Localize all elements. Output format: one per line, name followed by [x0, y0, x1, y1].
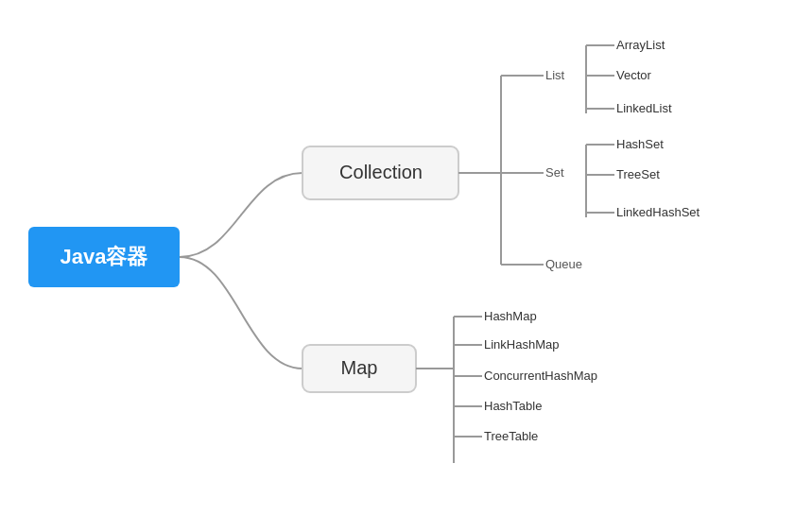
treeset-label: TreeSet [616, 167, 660, 181]
map-label: Map [341, 357, 378, 378]
treetable-label: TreeTable [484, 429, 538, 443]
hashtable-label: HashTable [484, 399, 542, 413]
vector-label: Vector [616, 68, 652, 82]
linkedlist-label: LinkedList [616, 101, 672, 115]
queue-label: Queue [545, 257, 582, 271]
root-label: Java容器 [60, 245, 149, 268]
hashset-label: HashSet [616, 137, 664, 151]
arraylist-label: ArrayList [616, 38, 665, 52]
set-label: Set [545, 165, 564, 180]
collection-label: Collection [339, 162, 423, 182]
linkhashmap-label: LinkHashMap [484, 337, 560, 352]
linkedhashset-label: LinkedHashSet [616, 205, 700, 219]
hashmap-label: HashMap [484, 309, 537, 323]
list-label: List [545, 68, 565, 82]
concurrenthashmap-label: ConcurrentHashMap [484, 369, 597, 383]
